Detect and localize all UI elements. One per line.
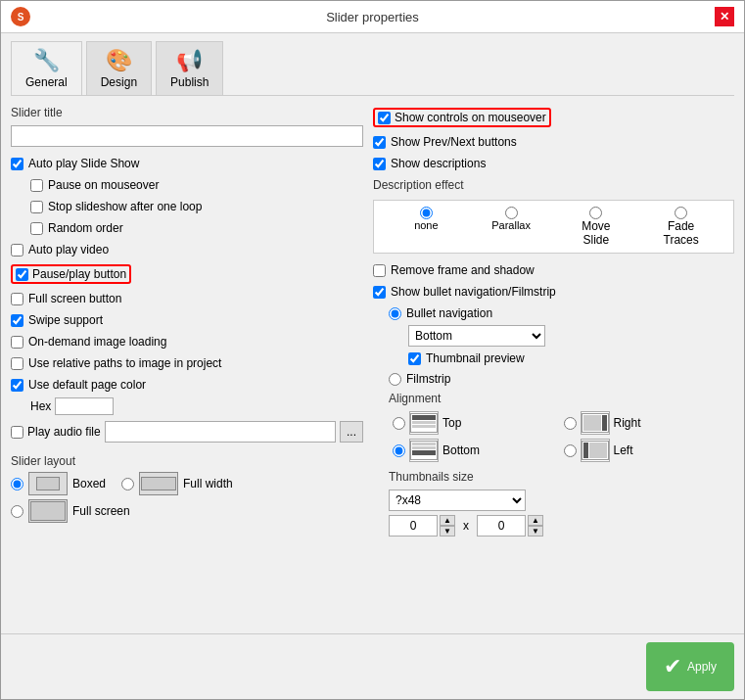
bullet-nav-radio[interactable] — [389, 307, 401, 320]
boxed-icon — [28, 472, 68, 495]
auto-play-video-label[interactable]: Auto play video — [28, 243, 109, 257]
pause-mouseover-label[interactable]: Pause on mouseover — [48, 178, 159, 192]
swipe-support-checkbox[interactable] — [11, 314, 23, 327]
align-top-option: Top — [393, 411, 560, 435]
hex-row: Hex — [11, 397, 363, 415]
auto-play-row: Auto play Slide Show — [11, 157, 363, 170]
size-x1-spinners: ▲ ▼ — [440, 515, 455, 537]
align-right-label: Right — [614, 416, 641, 430]
tab-general[interactable]: 🔧 General — [11, 41, 82, 96]
slider-title-input[interactable] — [11, 125, 363, 147]
size-x2-down[interactable]: ▼ — [528, 526, 543, 537]
full-screen-button-row: Full screen button — [11, 292, 363, 305]
thumbnail-preview-label[interactable]: Thumbnail preview — [426, 351, 525, 365]
size-x2-input[interactable] — [477, 515, 526, 537]
effect-move-radio[interactable] — [589, 207, 602, 219]
effect-fade-radio[interactable] — [675, 207, 687, 219]
bullet-position-select[interactable]: Bottom Top Left Right — [408, 325, 545, 347]
show-controls-checkbox[interactable] — [378, 112, 391, 124]
on-demand-checkbox[interactable] — [11, 336, 23, 349]
pause-mouseover-checkbox[interactable] — [30, 179, 43, 192]
default-color-label[interactable]: Use default page color — [28, 378, 146, 392]
description-effect-box: none Parallax Move Slide Fade Traces — [373, 200, 734, 254]
align-bottom-radio[interactable] — [393, 444, 405, 457]
thumbnails-size-section: Thumbnails size ?x48 ?x64 ?x96 ▲ ▼ x — [373, 470, 734, 537]
full-screen-button-checkbox[interactable] — [11, 293, 23, 305]
size-x1-down[interactable]: ▼ — [440, 526, 455, 537]
app-icon: S — [11, 7, 30, 26]
filmstrip-label[interactable]: Filmstrip — [406, 372, 450, 386]
stop-slideshow-label[interactable]: Stop slideshow after one loop — [48, 200, 202, 213]
layout-full-width-label[interactable]: Full width — [183, 477, 233, 490]
on-demand-label[interactable]: On-demand image loading — [28, 335, 166, 349]
random-order-label[interactable]: Random order — [48, 221, 123, 235]
bullet-nav-label[interactable]: Bullet navigation — [406, 306, 492, 320]
align-bottom-label: Bottom — [442, 443, 480, 457]
size-x1-up[interactable]: ▲ — [440, 515, 455, 526]
auto-play-video-row: Auto play video — [11, 243, 363, 257]
show-descriptions-row: Show descriptions — [373, 157, 734, 170]
play-audio-row: Play audio file ... — [11, 421, 363, 443]
layout-full-screen-label[interactable]: Full screen — [72, 504, 130, 518]
pause-play-label[interactable]: Pause/play button — [32, 267, 126, 281]
default-color-checkbox[interactable] — [11, 379, 23, 392]
thumbnails-size-select[interactable]: ?x48 ?x64 ?x96 — [389, 490, 526, 511]
stop-slideshow-row: Stop slideshow after one loop — [11, 200, 363, 213]
filmstrip-radio[interactable] — [389, 373, 401, 386]
size-x2-up[interactable]: ▲ — [528, 515, 543, 526]
show-descriptions-checkbox[interactable] — [373, 158, 386, 170]
play-audio-label[interactable]: Play audio file — [27, 425, 101, 439]
full-screen-button-label[interactable]: Full screen button — [28, 292, 121, 305]
align-right-radio[interactable] — [564, 417, 577, 430]
align-bottom-icon — [409, 439, 439, 462]
align-top-radio[interactable] — [393, 417, 405, 430]
slider-title-label: Slider title — [11, 106, 363, 119]
close-button[interactable]: ✕ — [715, 7, 734, 26]
effect-fade-label: Fade Traces — [638, 219, 723, 247]
show-prev-next-row: Show Prev/Next buttons — [373, 135, 734, 149]
hex-input[interactable] — [55, 397, 114, 415]
auto-play-video-checkbox[interactable] — [11, 244, 23, 257]
default-color-row: Use default page color — [11, 378, 363, 392]
effect-none-radio[interactable] — [420, 207, 433, 219]
remove-frame-checkbox[interactable] — [373, 264, 386, 277]
size-x1-input[interactable] — [389, 515, 438, 537]
stop-slideshow-checkbox[interactable] — [30, 201, 43, 213]
show-controls-highlight: Show controls on mouseover — [373, 108, 551, 127]
show-bullet-label[interactable]: Show bullet navigation/Filmstrip — [391, 285, 556, 299]
remove-frame-label[interactable]: Remove frame and shadow — [391, 263, 535, 277]
tab-design[interactable]: 🎨 Design — [86, 41, 152, 95]
auto-play-label[interactable]: Auto play Slide Show — [28, 157, 139, 170]
show-controls-label[interactable]: Show controls on mouseover — [395, 111, 546, 124]
browse-button[interactable]: ... — [340, 421, 363, 443]
layout-full-width-radio[interactable] — [121, 478, 134, 490]
random-order-checkbox[interactable] — [30, 222, 43, 235]
thumbnail-preview-row: Thumbnail preview — [389, 351, 734, 365]
layout-boxed-label[interactable]: Boxed — [72, 477, 106, 490]
tab-publish[interactable]: 📢 Publish — [156, 41, 223, 95]
swipe-support-label[interactable]: Swipe support — [28, 313, 103, 327]
audio-file-input[interactable] — [105, 421, 336, 443]
align-bottom-option: Bottom — [393, 439, 560, 462]
tabs-bar: 🔧 General 🎨 Design 📢 Publish — [1, 33, 744, 95]
show-prev-next-checkbox[interactable] — [373, 136, 386, 149]
auto-play-checkbox[interactable] — [11, 158, 23, 170]
layout-boxed-radio[interactable] — [11, 478, 23, 490]
apply-button[interactable]: ✔ Apply — [646, 642, 734, 691]
right-panel: Show controls on mouseover Show Prev/Nex… — [373, 106, 734, 624]
align-left-radio[interactable] — [564, 444, 577, 457]
effect-parallax-radio[interactable] — [505, 207, 518, 219]
align-left-label: Left — [614, 443, 633, 457]
play-audio-checkbox[interactable] — [11, 426, 23, 439]
description-effect-label: Description effect — [373, 178, 734, 192]
show-descriptions-label[interactable]: Show descriptions — [391, 157, 486, 170]
relative-paths-checkbox[interactable] — [11, 357, 23, 370]
thumbnail-preview-checkbox[interactable] — [408, 352, 421, 365]
relative-paths-label[interactable]: Use relative paths to image in project — [28, 356, 221, 370]
show-prev-next-label[interactable]: Show Prev/Next buttons — [391, 135, 517, 149]
filmstrip-row: Filmstrip — [389, 372, 734, 386]
tab-general-label: General — [25, 75, 68, 89]
pause-play-checkbox[interactable] — [16, 268, 28, 281]
show-bullet-checkbox[interactable] — [373, 286, 386, 299]
layout-full-screen-radio[interactable] — [11, 505, 23, 518]
